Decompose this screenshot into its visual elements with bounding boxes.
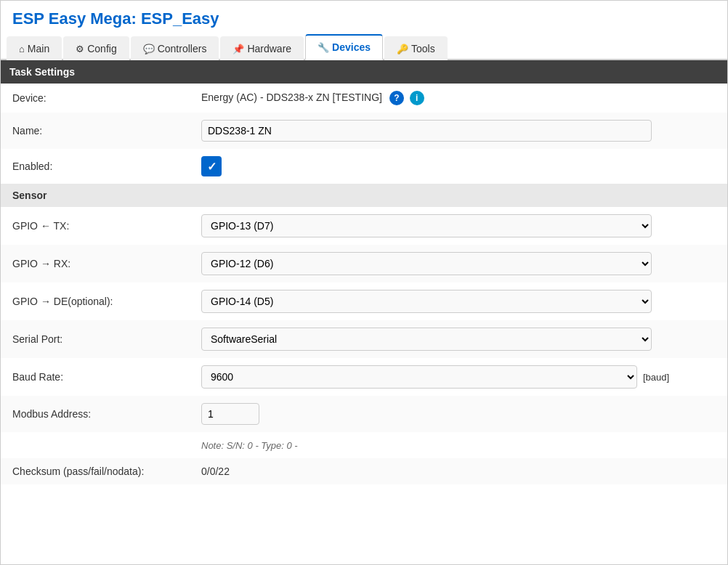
- serial-port-value-cell: SoftwareSerial: [190, 320, 727, 358]
- info-icon[interactable]: i: [410, 91, 424, 105]
- gpio-de-value-cell: GPIO-14 (D5): [190, 282, 727, 320]
- enabled-value-cell: ✓: [190, 149, 727, 184]
- serial-port-select[interactable]: SoftwareSerial: [201, 328, 652, 351]
- tab-hardware[interactable]: 📌 Hardware: [220, 36, 304, 60]
- tools-icon: 🔑: [397, 44, 408, 54]
- main-content: Task Settings Device: Energy (AC) - DDS2…: [1, 60, 727, 484]
- sensor-section-row: Sensor: [1, 184, 727, 207]
- checkmark-icon: ✓: [207, 160, 217, 174]
- tab-config-label: Config: [87, 43, 116, 54]
- settings-table: Device: Energy (AC) - DDS238-x ZN [TESTI…: [1, 84, 727, 484]
- name-row: Name:: [1, 113, 727, 149]
- checksum-value: 0/0/22: [190, 458, 727, 484]
- tab-tools-label: Tools: [411, 43, 435, 54]
- gpio-rx-label: GPIO → RX:: [1, 245, 190, 282]
- checksum-row: Checksum (pass/fail/nodata): 0/0/22: [1, 458, 727, 484]
- gpio-tx-row: GPIO ← TX: GPIO-13 (D7): [1, 207, 727, 245]
- page-header: ESP Easy Mega: ESP_Easy: [1, 1, 727, 34]
- note-empty-cell: [1, 432, 190, 458]
- gpio-de-row: GPIO → DE(optional): GPIO-14 (D5): [1, 282, 727, 320]
- baud-row-wrapper: 9600 [baud]: [201, 365, 716, 389]
- enabled-checkbox[interactable]: ✓: [201, 156, 222, 176]
- sensor-section-label: Sensor: [1, 184, 727, 207]
- page-title: ESP Easy Mega: ESP_Easy: [12, 9, 716, 28]
- baud-rate-value-cell: 9600 [baud]: [190, 358, 727, 396]
- serial-port-row: Serial Port: SoftwareSerial: [1, 320, 727, 358]
- name-input[interactable]: [201, 120, 652, 142]
- tab-controllers[interactable]: 💬 Controllers: [131, 36, 219, 60]
- tab-main[interactable]: ⌂ Main: [7, 36, 62, 60]
- baud-rate-row: Baud Rate: 9600 [baud]: [1, 358, 727, 396]
- device-value-cell: Energy (AC) - DDS238-x ZN [TESTING] ? i: [190, 84, 727, 113]
- tab-tools[interactable]: 🔑 Tools: [384, 36, 448, 60]
- gpio-tx-label: GPIO ← TX:: [1, 207, 190, 245]
- gpio-de-select[interactable]: GPIO-14 (D5): [201, 290, 652, 313]
- gpio-tx-value-cell: GPIO-13 (D7): [190, 207, 727, 245]
- tab-devices-label: Devices: [332, 41, 371, 53]
- modbus-address-row: Modbus Address:: [1, 396, 727, 432]
- note-row: Note: S/N: 0 - Type: 0 -: [1, 432, 727, 458]
- serial-port-label: Serial Port:: [1, 320, 190, 358]
- gpio-rx-value-cell: GPIO-12 (D6): [190, 245, 727, 282]
- nav-tabs: ⌂ Main ⚙ Config 💬 Controllers 📌 Hardware…: [1, 34, 727, 60]
- gpio-tx-select[interactable]: GPIO-13 (D7): [201, 214, 652, 237]
- device-row: Device: Energy (AC) - DDS238-x ZN [TESTI…: [1, 84, 727, 113]
- controllers-icon: 💬: [143, 44, 155, 54]
- page-wrapper: ESP Easy Mega: ESP_Easy ⌂ Main ⚙ Config …: [0, 0, 728, 565]
- help-icon[interactable]: ?: [389, 91, 404, 105]
- tab-config[interactable]: ⚙ Config: [63, 36, 129, 60]
- tab-main-label: Main: [28, 43, 49, 54]
- modbus-address-input[interactable]: [201, 403, 259, 425]
- devices-icon: 🔧: [318, 42, 329, 53]
- enabled-row: Enabled: ✓: [1, 149, 727, 184]
- tab-hardware-label: Hardware: [247, 43, 291, 54]
- main-icon: ⌂: [19, 44, 25, 54]
- task-settings-header: Task Settings: [1, 60, 727, 84]
- tab-devices[interactable]: 🔧 Devices: [305, 34, 383, 60]
- tab-controllers-label: Controllers: [158, 43, 207, 54]
- gpio-de-label: GPIO → DE(optional):: [1, 282, 190, 320]
- modbus-address-value-cell: [190, 396, 727, 432]
- enabled-label: Enabled:: [1, 149, 190, 184]
- checksum-label: Checksum (pass/fail/nodata):: [1, 458, 190, 484]
- note-value-cell: Note: S/N: 0 - Type: 0 -: [190, 432, 727, 458]
- gpio-rx-select[interactable]: GPIO-12 (D6): [201, 252, 652, 275]
- hardware-icon: 📌: [232, 44, 244, 54]
- baud-rate-select[interactable]: 9600: [201, 365, 637, 389]
- name-value-cell: [190, 113, 727, 149]
- baud-rate-label: Baud Rate:: [1, 358, 190, 396]
- note-text: Note: S/N: 0 - Type: 0 -: [201, 440, 298, 451]
- baud-unit-label: [baud]: [643, 372, 669, 383]
- name-label: Name:: [1, 113, 190, 149]
- config-icon: ⚙: [76, 44, 84, 54]
- gpio-rx-row: GPIO → RX: GPIO-12 (D6): [1, 245, 727, 282]
- device-value: Energy (AC) - DDS238-x ZN [TESTING]: [201, 92, 382, 103]
- modbus-address-label: Modbus Address:: [1, 396, 190, 432]
- device-label: Device:: [1, 84, 190, 113]
